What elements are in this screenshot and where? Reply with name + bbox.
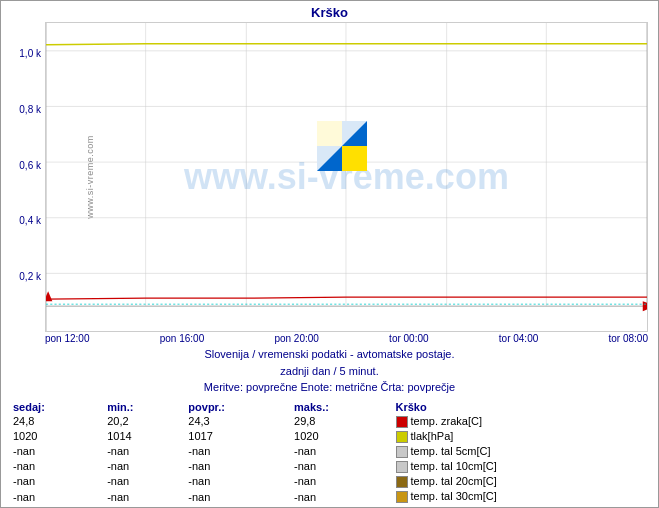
- cell-1-3: 1020: [290, 429, 391, 444]
- table-row: -nan-nan-nan-nantemp. tal 20cm[C]: [9, 474, 650, 489]
- cell-4-2: -nan: [184, 474, 290, 489]
- cell-4-0: -nan: [9, 474, 103, 489]
- cell-2-3: -nan: [290, 444, 391, 459]
- cell-label-0: temp. zraka[C]: [392, 414, 651, 429]
- cell-label-1: tlak[hPa]: [392, 429, 651, 444]
- y-label-4: 0,4 k: [19, 215, 41, 226]
- col-header-sedaj: sedaj:: [9, 400, 103, 414]
- subtitle: Slovenija / vremenski podatki - avtomats…: [1, 346, 658, 396]
- subtitle-line2: zadnji dan / 5 minut.: [280, 365, 378, 377]
- legend-color-box: [396, 476, 408, 488]
- cell-1-0: 1020: [9, 429, 103, 444]
- table-row: 24,820,224,329,8temp. zraka[C]: [9, 414, 650, 429]
- x-label-0: pon 12:00: [45, 333, 90, 344]
- col-header-min: min.:: [103, 400, 184, 414]
- cell-label-4: temp. tal 20cm[C]: [392, 474, 651, 489]
- col-header-maks: maks.:: [290, 400, 391, 414]
- logo-icon: [317, 121, 367, 171]
- cell-5-1: -nan: [103, 489, 184, 504]
- x-label-3: tor 00:00: [389, 333, 428, 344]
- cell-5-2: -nan: [184, 489, 290, 504]
- y-axis: 1,0 k 0,8 k 0,6 k 0,4 k 0,2 k: [1, 22, 45, 332]
- legend-color-box: [396, 446, 408, 458]
- legend-color-box: [396, 461, 408, 473]
- cell-3-1: -nan: [103, 459, 184, 474]
- col-header-krsko: Krško: [392, 400, 651, 414]
- cell-2-1: -nan: [103, 444, 184, 459]
- table-row: -nan-nan-nan-nantemp. tal 5cm[C]: [9, 444, 650, 459]
- cell-label-2: temp. tal 5cm[C]: [392, 444, 651, 459]
- cell-3-3: -nan: [290, 459, 391, 474]
- table-row: -nan-nan-nan-nantemp. tal 30cm[C]: [9, 489, 650, 504]
- cell-1-1: 1014: [103, 429, 184, 444]
- chart-wrapper: 1,0 k 0,8 k 0,6 k 0,4 k 0,2 k www.si-vre…: [1, 22, 658, 332]
- col-header-povpr: povpr.:: [184, 400, 290, 414]
- y-label-2: 0,8 k: [19, 103, 41, 114]
- cell-3-0: -nan: [9, 459, 103, 474]
- legend-color-box: [396, 431, 408, 443]
- chart-title: Krško: [1, 1, 658, 22]
- data-section: sedaj: min.: povpr.: maks.: Krško 24,820…: [1, 400, 658, 505]
- cell-2-0: -nan: [9, 444, 103, 459]
- cell-3-2: -nan: [184, 459, 290, 474]
- cell-1-2: 1017: [184, 429, 290, 444]
- table-row: -nan-nan-nan-nantemp. tal 10cm[C]: [9, 459, 650, 474]
- x-label-2: pon 20:00: [274, 333, 319, 344]
- cell-4-3: -nan: [290, 474, 391, 489]
- chart-canvas: www.si-vreme.com www.si-vreme.com: [45, 22, 648, 332]
- cell-0-3: 29,8: [290, 414, 391, 429]
- legend-color-box: [396, 491, 408, 503]
- x-axis-labels: pon 12:00 pon 16:00 pon 20:00 tor 00:00 …: [45, 333, 648, 344]
- cell-0-1: 20,2: [103, 414, 184, 429]
- cell-label-3: temp. tal 10cm[C]: [392, 459, 651, 474]
- svg-marker-14: [643, 301, 647, 311]
- x-label-5: tor 08:00: [608, 333, 647, 344]
- y-label-3: 0,6 k: [19, 159, 41, 170]
- subtitle-line3: Meritve: povprečne Enote: metrične Črta:…: [204, 381, 455, 393]
- cell-2-2: -nan: [184, 444, 290, 459]
- y-label-5: 0,2 k: [19, 271, 41, 282]
- data-table: sedaj: min.: povpr.: maks.: Krško 24,820…: [9, 400, 650, 505]
- cell-label-5: temp. tal 30cm[C]: [392, 489, 651, 504]
- svg-marker-15: [46, 291, 52, 301]
- x-label-4: tor 04:00: [499, 333, 538, 344]
- cell-0-0: 24,8: [9, 414, 103, 429]
- cell-4-1: -nan: [103, 474, 184, 489]
- cell-0-2: 24,3: [184, 414, 290, 429]
- right-spacer: [648, 22, 658, 332]
- x-label-1: pon 16:00: [160, 333, 205, 344]
- cell-5-3: -nan: [290, 489, 391, 504]
- main-container: Krško 1,0 k 0,8 k 0,6 k 0,4 k 0,2 k www.…: [0, 0, 659, 508]
- legend-color-box: [396, 416, 408, 428]
- y-label-1: 1,0 k: [19, 48, 41, 59]
- table-row: 1020101410171020tlak[hPa]: [9, 429, 650, 444]
- cell-5-0: -nan: [9, 489, 103, 504]
- subtitle-line1: Slovenija / vremenski podatki - avtomats…: [204, 348, 454, 360]
